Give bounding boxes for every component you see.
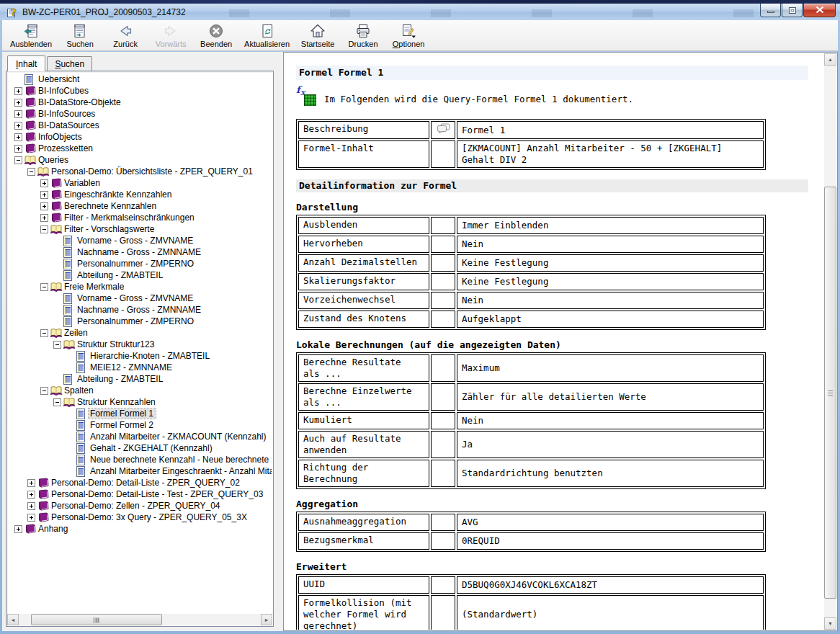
vorwaerts-button[interactable]: Vorwärts <box>150 21 192 50</box>
startseite-button[interactable]: Startseite <box>297 21 339 50</box>
tree-item[interactable]: Variablen <box>8 177 272 189</box>
vscroll-thumb[interactable] <box>824 187 836 599</box>
tree-horizontal-scrollbar[interactable]: ◄ ► <box>7 614 272 625</box>
tree-item[interactable]: Spalten <box>8 385 272 396</box>
tree-item[interactable]: Anzahl Mitarbeiter - ZKMACOUNT (Kennzahl… <box>8 431 272 442</box>
collapse-icon[interactable] <box>51 341 63 349</box>
vscroll-track[interactable] <box>824 66 836 617</box>
expand-icon[interactable] <box>38 179 50 187</box>
row-value: Nein <box>457 292 764 309</box>
close-icon <box>816 6 824 14</box>
tree-item[interactable]: Uebersicht <box>8 73 272 85</box>
expand-icon[interactable] <box>12 87 24 95</box>
tree-item[interactable]: Eingeschränkte Kennzahlen <box>8 189 272 200</box>
hscroll-track[interactable] <box>19 614 261 625</box>
tree-item[interactable]: Formel Formel 1 <box>8 408 272 419</box>
ausblenden-button[interactable]: Ausblenden <box>6 21 55 50</box>
scroll-down-button[interactable]: ▼ <box>824 617 836 630</box>
tree-item[interactable]: Personalnummer - ZMPERNO <box>8 316 272 327</box>
tree-item[interactable]: Nachname - Gross - ZMNNAME <box>8 246 272 258</box>
expand-icon[interactable] <box>38 214 50 222</box>
expand-icon[interactable] <box>12 145 24 153</box>
optionen-button[interactable]: Optionen <box>388 21 429 50</box>
tree-item[interactable]: Anhang <box>8 523 272 535</box>
expand-icon[interactable] <box>12 122 24 130</box>
tree-item[interactable]: Nachname - Gross - ZMNNAME <box>8 304 272 316</box>
content-vertical-scrollbar[interactable]: ▲ ▼ <box>824 53 836 630</box>
aktualisieren-button[interactable]: Aktualisieren <box>241 21 293 50</box>
row-value: Nein <box>457 412 764 429</box>
book-open-icon <box>24 155 37 166</box>
tree-item[interactable]: Filter - Vorschlagswerte <box>8 223 272 235</box>
drucken-button[interactable]: Drucken <box>342 21 384 50</box>
row-value: Keine Festlegung <box>457 254 764 272</box>
collapse-icon[interactable] <box>38 329 50 337</box>
collapse-icon[interactable] <box>38 387 50 395</box>
zurueck-button[interactable]: Zurück <box>104 21 146 50</box>
maximize-button[interactable] <box>782 4 803 17</box>
tree-item[interactable]: Filter - Merkmalseinschränkungen <box>8 212 272 223</box>
tree-item[interactable]: Struktur Kennzahlen <box>8 396 272 408</box>
scroll-right-button[interactable]: ► <box>261 614 272 625</box>
tree-item[interactable]: Vorname - Gross - ZMVNAME <box>8 293 272 304</box>
tree-item[interactable]: MEIE12 - ZMNNAME <box>8 362 272 373</box>
print-icon <box>355 23 371 39</box>
tree-item[interactable]: Personal-Demo: Übersichtsliste - ZPER_QU… <box>8 166 272 177</box>
tree-item[interactable]: Gehalt - ZKGEHALT (Kennzahl) <box>8 442 272 454</box>
tree-item[interactable]: BI-InfoCubes <box>8 85 272 97</box>
tree-item[interactable]: Anzahl Mitarbeiter Eingeschraenkt - Anza… <box>8 465 272 477</box>
document-icon <box>76 432 89 442</box>
expand-icon[interactable] <box>38 202 50 210</box>
expand-icon[interactable] <box>25 514 37 522</box>
scroll-up-button[interactable]: ▲ <box>824 53 836 66</box>
expand-icon[interactable] <box>25 479 37 487</box>
collapse-icon[interactable] <box>38 283 50 291</box>
tree-item[interactable]: Personal-Demo: Detail-Liste - Test - ZPE… <box>8 488 272 500</box>
scroll-left-button[interactable]: ◄ <box>7 614 19 625</box>
tree-item[interactable]: BI-DataStore-Objekte <box>8 97 272 108</box>
tree-item[interactable]: Queries <box>8 154 272 166</box>
beenden-button[interactable]: Beenden <box>195 21 237 50</box>
collapse-icon[interactable] <box>12 156 24 164</box>
tree-item[interactable]: Personal-Demo: 3x Query - ZPER_QUERY_05_… <box>8 512 272 523</box>
toolbar: AusblendenSuchenZurückVorwärtsBeendenAkt… <box>2 20 838 51</box>
minimize-button[interactable] <box>760 4 781 17</box>
collapse-icon[interactable] <box>25 168 37 176</box>
tree-item[interactable]: InfoObjects <box>8 131 272 143</box>
expand-icon[interactable] <box>12 133 24 141</box>
close-button[interactable] <box>803 4 836 17</box>
tree-item[interactable]: Abteilung - ZMABTEIL <box>8 269 272 281</box>
search-panel-icon <box>72 23 88 39</box>
tree-item[interactable]: Personal-Demo: Detail-Liste - ZPER_QUERY… <box>8 477 272 488</box>
tree-item[interactable]: Formel Formel 2 <box>8 419 272 431</box>
tree-item[interactable]: Personal-Demo: Zellen - ZPER_QUERY_04 <box>8 500 272 512</box>
tree-item[interactable]: Berechnete Kennzahlen <box>8 200 272 212</box>
plus-box-icon <box>40 214 48 222</box>
tree-item[interactable]: BI-InfoSources <box>8 108 272 120</box>
expand-icon[interactable] <box>25 491 37 499</box>
tree-item[interactable]: Zeilen <box>8 327 272 339</box>
tree-item-label: Prozessketten <box>37 143 95 153</box>
tree-item[interactable]: Hierarchie-Knoten - ZMABTEIL <box>8 350 272 362</box>
tree-item[interactable]: Freie Merkmale <box>8 281 272 293</box>
tree-item[interactable]: Abteilung - ZMABTEIL <box>8 373 272 385</box>
table-row: KumuliertNein <box>298 412 764 429</box>
tree-item[interactable]: Neue berechnete Kennzahl - Neue berechne… <box>8 454 272 465</box>
expand-icon[interactable] <box>12 525 24 533</box>
tree-item[interactable]: Vorname - Gross - ZMVNAME <box>8 235 272 246</box>
suchen-button[interactable]: Suchen <box>59 21 101 50</box>
tree-item[interactable]: BI-DataSources <box>8 120 272 131</box>
expand-icon[interactable] <box>25 502 37 510</box>
expand-icon[interactable] <box>38 191 50 199</box>
expand-icon[interactable] <box>12 110 24 118</box>
tab-inhalt[interactable]: Inhalt <box>7 55 45 71</box>
hscroll-thumb[interactable] <box>31 614 162 625</box>
tree-item[interactable]: Struktur Struktur123 <box>8 339 272 350</box>
title-bar[interactable]: ? BW-ZC-PER01_PROJ_20090503_214732 <box>0 4 840 20</box>
collapse-icon[interactable] <box>38 226 50 233</box>
expand-icon[interactable] <box>12 99 24 107</box>
tab-suchen[interactable]: Suchen <box>47 56 92 71</box>
tree-item[interactable]: Prozessketten <box>8 143 272 154</box>
collapse-icon[interactable] <box>51 398 63 406</box>
tree-item[interactable]: Personalnummer - ZMPERNO <box>8 258 272 269</box>
